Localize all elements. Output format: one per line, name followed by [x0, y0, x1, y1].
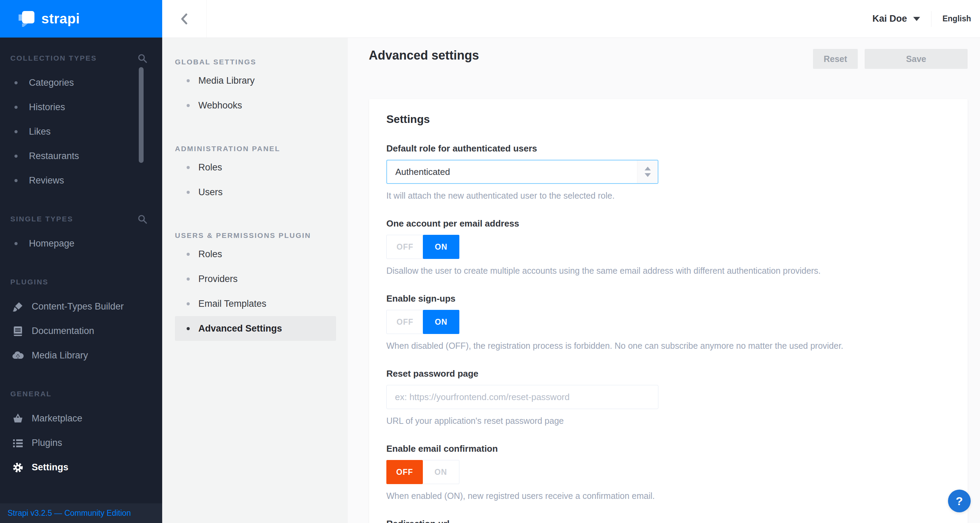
subnav-section-users-permissions: USERS & PERMISSIONS PLUGIN	[175, 229, 337, 242]
subnav-item-label: Providers	[198, 274, 238, 285]
section-label: COLLECTION TYPES	[10, 54, 97, 62]
card-title: Settings	[387, 113, 950, 126]
main-content: Advanced settings Reset Save Settings De…	[348, 38, 980, 523]
sidebar-item-label: Likes	[29, 126, 51, 137]
toggle-on-option[interactable]: ON	[423, 460, 459, 484]
topbar-right: Kai Doe English	[872, 11, 980, 27]
field-help: It will attach the new authenticated use…	[387, 191, 950, 201]
toggle-off-option[interactable]: OFF	[387, 235, 423, 259]
unique-email-toggle: OFF ON	[387, 235, 459, 259]
section-label: SINGLE TYPES	[10, 215, 73, 223]
subnav-item-label: Media Library	[198, 75, 255, 86]
header-actions: Reset Save	[813, 49, 967, 69]
sidebar-item-settings[interactable]: Settings	[0, 455, 162, 480]
version-link[interactable]: Strapi v3.2.5 — Community Edition	[8, 509, 131, 518]
bullet-icon	[187, 327, 190, 330]
bullet-icon	[187, 191, 190, 194]
sidebar-item-documentation[interactable]: Documentation	[0, 319, 162, 343]
bullet-icon	[14, 242, 18, 245]
sidebar-item-categories[interactable]: Categories	[0, 71, 162, 95]
field-redirection-url: Redirection url	[387, 518, 950, 523]
field-label: One account per email address	[387, 218, 950, 229]
question-mark-icon: ?	[956, 494, 963, 508]
section-plugins: PLUGINS	[10, 275, 147, 289]
search-icon[interactable]	[137, 53, 147, 63]
sidebar-item-label: Homepage	[29, 238, 75, 249]
subnav-item-label: Users	[198, 187, 223, 198]
subnav-section-global-settings: GLOBAL SETTINGS	[175, 56, 337, 68]
subnav-item-admin-users[interactable]: Users	[175, 180, 336, 205]
toggle-off-option[interactable]: OFF	[387, 460, 423, 484]
sidebar-item-label: Histories	[29, 102, 65, 113]
subnav-item-providers[interactable]: Providers	[175, 267, 336, 291]
subnav-item-label: Advanced Settings	[198, 323, 282, 334]
subnav-item-webhooks[interactable]: Webhooks	[175, 93, 336, 118]
section-label: PLUGINS	[10, 278, 49, 286]
field-label: Enable sign-ups	[387, 293, 950, 304]
sidebar-item-marketplace[interactable]: Marketplace	[0, 406, 162, 431]
paintbrush-icon	[12, 300, 24, 313]
sidebar-item-homepage[interactable]: Homepage	[0, 231, 162, 256]
field-label: Redirection url	[387, 518, 950, 523]
sidebar-item-reviews[interactable]: Reviews	[0, 169, 162, 193]
reset-password-page-input[interactable]	[387, 385, 659, 409]
basket-icon	[12, 412, 24, 425]
sidebar-item-label: Marketplace	[32, 413, 82, 424]
field-help: When enabled (ON), new registred users r…	[387, 491, 950, 501]
subnav-section-administration-panel: ADMINISTRATION PANEL	[175, 143, 337, 155]
subnav-item-media-library[interactable]: Media Library	[175, 68, 336, 93]
logo-bar[interactable]: strapi	[0, 0, 162, 38]
select-stepper[interactable]	[637, 161, 658, 183]
toggle-off-option[interactable]: OFF	[387, 310, 423, 334]
sidebar-item-histories[interactable]: Histories	[0, 95, 162, 119]
save-button[interactable]: Save	[865, 49, 967, 69]
sidebar-item-label: Plugins	[32, 438, 62, 448]
sidebar-footer: Strapi v3.2.5 — Community Edition	[0, 503, 162, 523]
subnav-item-label: Roles	[198, 249, 222, 260]
toggle-on-option[interactable]: ON	[423, 235, 459, 259]
help-button[interactable]: ?	[948, 490, 971, 512]
sidebar-item-label: Media Library	[32, 350, 88, 361]
select-value: Authenticated	[387, 161, 637, 183]
sidebar-item-plugins[interactable]: Plugins	[0, 431, 162, 455]
sign-ups-toggle: OFF ON	[387, 310, 459, 334]
sidebar-item-label: Documentation	[32, 326, 94, 336]
section-general: GENERAL	[10, 387, 147, 401]
topbar-divider	[931, 11, 931, 27]
default-role-select[interactable]: Authenticated	[387, 160, 659, 184]
sidebar-item-label: Settings	[32, 462, 68, 473]
subnav-item-up-roles[interactable]: Roles	[175, 242, 336, 267]
field-reset-password-page: Reset password page URL of your applicat…	[387, 368, 950, 426]
field-sign-ups: Enable sign-ups OFF ON When disabled (OF…	[387, 293, 950, 351]
cloud-upload-icon	[12, 350, 24, 362]
bullet-icon	[14, 179, 18, 182]
search-icon[interactable]	[137, 214, 147, 224]
user-menu[interactable]: Kai Doe	[872, 13, 920, 24]
sidebar-item-content-types-builder[interactable]: Content-Types Builder	[0, 294, 162, 319]
field-unique-email: One account per email address OFF ON Dis…	[387, 218, 950, 276]
subnav-item-label: Webhooks	[198, 100, 242, 111]
toggle-on-option[interactable]: ON	[423, 310, 459, 334]
language-button[interactable]: English	[942, 14, 971, 24]
logo-text: strapi	[41, 11, 80, 27]
page-title: Advanced settings	[369, 48, 479, 64]
sidebar-item-likes[interactable]: Likes	[0, 119, 162, 144]
bullet-icon	[14, 81, 18, 84]
chevron-down-icon	[913, 17, 920, 21]
sidebar-item-label: Restaurants	[29, 151, 79, 162]
sidebar-scrollbar[interactable]	[139, 67, 143, 163]
sidebar-item-restaurants[interactable]: Restaurants	[0, 144, 162, 169]
sidebar-item-media-library[interactable]: Media Library	[0, 343, 162, 368]
field-default-role: Default role for authenticated users Aut…	[387, 143, 950, 201]
bullet-icon	[187, 166, 190, 169]
subnav-item-advanced-settings[interactable]: Advanced Settings	[175, 316, 336, 341]
subnav-item-admin-roles[interactable]: Roles	[175, 155, 336, 180]
field-label: Default role for authenticated users	[387, 143, 950, 154]
back-button[interactable]	[162, 0, 207, 38]
reset-button[interactable]: Reset	[813, 49, 858, 69]
subnav-item-email-templates[interactable]: Email Templates	[175, 291, 336, 316]
bullet-icon	[187, 253, 190, 256]
sidebar-item-label: Categories	[29, 78, 74, 88]
settings-card: Settings Default role for authenticated …	[369, 99, 967, 523]
field-help: URL of your application's reset password…	[387, 416, 950, 426]
